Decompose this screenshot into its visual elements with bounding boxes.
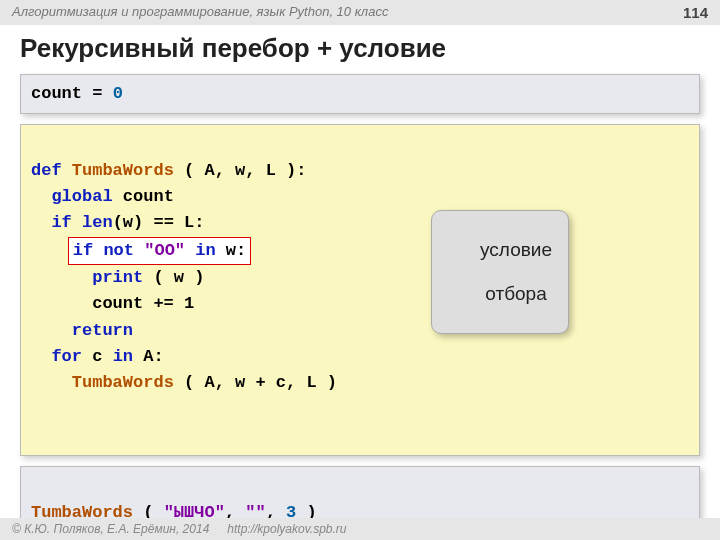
top-bar: Алгоритмизация и программирование, язык … [0,0,720,25]
code-text: ( A, w + c, L ) [174,373,337,392]
keyword: return [72,321,133,340]
func-name: TumbaWords [72,373,174,392]
code-block-1: count = 0 [20,74,700,114]
keyword: in [185,241,216,260]
keyword: in [113,347,133,366]
code-block-2: def TumbaWords ( A, w, L ): global count… [20,124,700,456]
callout-label: условие отбора [431,210,569,333]
footer-bar: © К.Ю. Поляков, Е.А. Ерёмин, 2014 http:/… [0,518,720,540]
callout-line: условие [480,239,552,260]
footer-url: http://kpolyakov.spb.ru [227,522,346,536]
callout-line: отбора [485,283,546,304]
copyright-text: © К.Ю. Поляков, Е.А. Ерёмин, 2014 [12,522,209,536]
code-text: w: [216,241,247,260]
keyword: print [92,268,143,287]
code-text: ( A, w, L ): [174,161,307,180]
keyword: for [51,347,82,366]
string: "OO" [144,241,185,260]
code-text: count [113,187,174,206]
keyword: global [51,187,112,206]
code-number: 0 [113,84,123,103]
func-name: TumbaWords [72,161,174,180]
page-number: 114 [683,4,708,21]
keyword: if not [73,241,144,260]
code-text: count += 1 [31,294,194,313]
keyword: def [31,161,72,180]
code-text: (w) == L: [113,213,205,232]
keyword: if len [51,213,112,232]
highlighted-condition: if not "OO" in w: [68,237,251,265]
code-text: count = [31,84,113,103]
page-title: Рекурсивный перебор + условие [0,25,720,74]
course-label: Алгоритмизация и программирование, язык … [12,4,388,21]
code-text: c [82,347,113,366]
code-text: ( w ) [143,268,204,287]
code-text: A: [133,347,164,366]
content-area: count = 0 def TumbaWords ( A, w, L ): gl… [0,74,720,540]
